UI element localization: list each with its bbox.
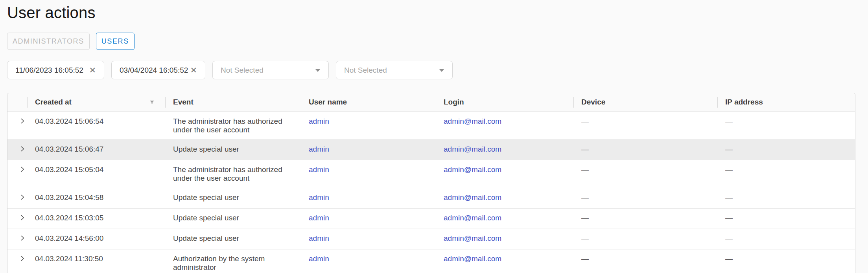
login-link[interactable]: admin@mail.com (444, 214, 501, 222)
tab-administrators[interactable]: ADMINISTRATORS (7, 33, 90, 50)
chevron-right-icon[interactable] (18, 145, 26, 153)
user-name-link[interactable]: admin (309, 165, 329, 174)
cell-created-at: 04.03.2024 15:05:04 (27, 160, 165, 188)
page-root: User actions ADMINISTRATORS USERS 11/06/… (0, 0, 868, 273)
date-to-input[interactable]: 03/04/2024 16:05:52 ✕ (111, 61, 205, 79)
expander-cell (7, 188, 27, 208)
cell-event: Authorization by the system administrato… (165, 249, 301, 273)
event-text: Authorization by the system administrato… (173, 255, 293, 272)
device-empty-value: — (581, 117, 589, 125)
user-actions-table: Created at Event User name Login Device … (7, 93, 855, 273)
cell-user-name: admin (301, 112, 436, 139)
event-text: Update special user (173, 214, 239, 222)
ip-empty-value: — (725, 145, 733, 153)
cell-created-at: 04.03.2024 11:30:50 (27, 249, 165, 273)
user-name-link[interactable]: admin (309, 214, 329, 222)
cell-user-name: admin (301, 139, 436, 160)
event-text: Update special user (173, 145, 239, 154)
table-body: 04.03.2024 15:06:54The administrator has… (7, 112, 855, 273)
login-link[interactable]: admin@mail.com (444, 234, 501, 242)
filter-select-a[interactable]: Not Selected (212, 61, 329, 79)
event-text: Update special user (173, 193, 239, 202)
chevron-right-icon[interactable] (18, 255, 26, 262)
filter-icon[interactable] (149, 99, 155, 105)
user-name-link[interactable]: admin (309, 145, 329, 153)
date-to-value: 03/04/2024 16:05:52 (120, 66, 188, 75)
cell-user-name: admin (301, 188, 436, 208)
col-login: Login (436, 93, 573, 112)
cell-event: Update special user (165, 229, 301, 249)
cell-ip-address: — (717, 208, 855, 229)
user-name-link[interactable]: admin (309, 234, 329, 242)
expander-header-cell (7, 93, 27, 112)
login-link[interactable]: admin@mail.com (444, 117, 501, 125)
cell-device: — (573, 249, 717, 273)
cell-login: admin@mail.com (436, 249, 573, 273)
device-empty-value: — (581, 193, 589, 202)
cell-device: — (573, 229, 717, 249)
expander-cell (7, 139, 27, 160)
col-ip-address: IP address (717, 93, 855, 112)
cell-device: — (573, 208, 717, 229)
expander-cell (7, 112, 27, 139)
event-text: Update special user (173, 234, 239, 243)
cell-event: The administrator has authorized under t… (165, 160, 301, 188)
login-link[interactable]: admin@mail.com (444, 193, 501, 202)
page-title: User actions (7, 3, 855, 22)
cell-ip-address: — (717, 112, 855, 139)
table-row: 04.03.2024 15:03:05Update special userad… (7, 208, 855, 229)
user-name-link[interactable]: admin (309, 255, 329, 263)
chevron-right-icon[interactable] (18, 214, 26, 222)
cell-device: — (573, 188, 717, 208)
event-text: The administrator has authorized under t… (173, 117, 293, 134)
cell-event: The administrator has authorized under t… (165, 112, 301, 139)
cell-created-at: 04.03.2024 15:06:54 (27, 112, 165, 139)
col-event: Event (165, 93, 301, 112)
user-name-link[interactable]: admin (309, 193, 329, 202)
table-row: 04.03.2024 11:30:50Authorization by the … (7, 249, 855, 273)
event-text: The administrator has authorized under t… (173, 165, 293, 183)
login-link[interactable]: admin@mail.com (444, 165, 501, 174)
cell-event: Update special user (165, 188, 301, 208)
expander-cell (7, 229, 27, 249)
cell-device: — (573, 160, 717, 188)
cell-ip-address: — (717, 249, 855, 273)
table-row: 04.03.2024 15:05:04The administrator has… (7, 160, 855, 188)
ip-empty-value: — (725, 255, 733, 263)
clear-icon[interactable]: ✕ (188, 65, 199, 75)
device-empty-value: — (581, 165, 589, 174)
chevron-right-icon[interactable] (18, 234, 26, 242)
cell-event: Update special user (165, 139, 301, 160)
chevron-right-icon[interactable] (18, 193, 26, 201)
col-user-name: User name (301, 93, 436, 112)
cell-user-name: admin (301, 249, 436, 273)
tab-users[interactable]: USERS (96, 33, 135, 50)
col-created-at: Created at (27, 93, 165, 112)
filter-select-b[interactable]: Not Selected (336, 61, 453, 79)
clear-icon[interactable]: ✕ (87, 65, 98, 75)
ip-empty-value: — (725, 117, 733, 125)
chevron-down-icon (439, 69, 444, 72)
expander-cell (7, 249, 27, 273)
cell-login: admin@mail.com (436, 139, 573, 160)
table-row: 04.03.2024 15:04:58Update special userad… (7, 188, 855, 208)
ip-empty-value: — (725, 193, 733, 202)
date-from-value: 11/06/2023 16:05:52 (15, 66, 87, 75)
login-link[interactable]: admin@mail.com (444, 255, 501, 263)
date-from-input[interactable]: 11/06/2023 16:05:52 ✕ (7, 61, 104, 79)
cell-login: admin@mail.com (436, 112, 573, 139)
login-link[interactable]: admin@mail.com (444, 145, 501, 153)
cell-ip-address: — (717, 139, 855, 160)
chevron-down-icon (315, 69, 321, 72)
expander-cell (7, 160, 27, 188)
cell-created-at: 04.03.2024 15:03:05 (27, 208, 165, 229)
ip-empty-value: — (725, 165, 733, 174)
device-empty-value: — (581, 214, 589, 222)
user-name-link[interactable]: admin (309, 117, 329, 125)
cell-event: Update special user (165, 208, 301, 229)
table-row: 04.03.2024 14:56:00Update special userad… (7, 229, 855, 249)
table-header: Created at Event User name Login Device … (7, 93, 855, 112)
chevron-right-icon[interactable] (18, 117, 26, 125)
chevron-right-icon[interactable] (18, 165, 26, 173)
ip-empty-value: — (725, 234, 733, 242)
